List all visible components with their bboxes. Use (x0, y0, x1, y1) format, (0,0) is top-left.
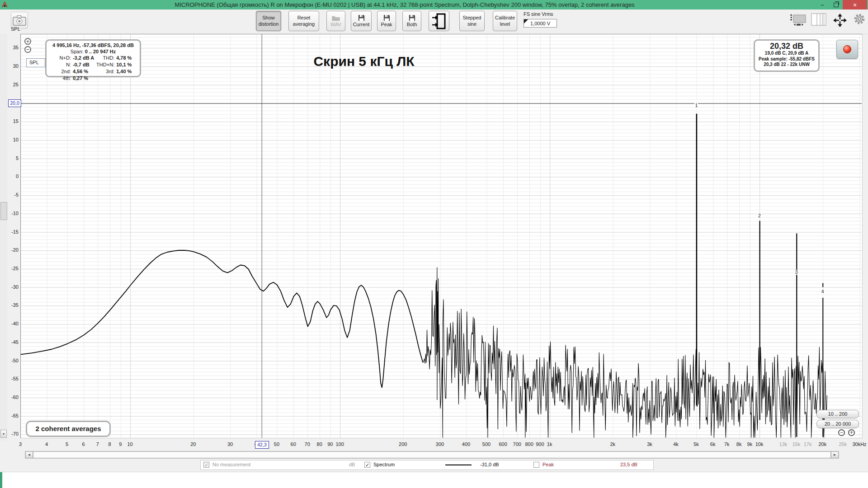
level-peak-sample: Peak sample: -55,82 dBFS (755, 56, 818, 62)
calibrate-level-button[interactable]: Calibrate level (493, 11, 517, 31)
info-row: N:-0,7 dB THD+N:10,1 % (50, 61, 137, 68)
spectrum-label: Spectrum (373, 462, 395, 467)
y-tick-label: 30 (0, 63, 19, 69)
save-icon (358, 14, 365, 21)
save-wav-button[interactable]: WAV (326, 11, 345, 31)
x-tick-label: 30kHz (852, 441, 866, 447)
minimize-button[interactable]: – (816, 0, 829, 9)
show-distortion-button[interactable]: Show distortion (256, 11, 281, 31)
frequency-bands-button[interactable] (811, 13, 826, 26)
x-tick-label: 17k (804, 441, 812, 447)
x-tick-label: 7k (724, 441, 730, 447)
save-both-button[interactable]: Both (402, 11, 421, 31)
y-tick-label: 25 (0, 82, 19, 87)
harmonic-label-1: 1 (694, 103, 698, 108)
x-tick-label: 4k (673, 441, 679, 447)
level-cursor-readout[interactable]: 20,0 (8, 99, 21, 107)
x-tick-label: 50 (274, 441, 279, 447)
x-tick-label: 70 (305, 441, 310, 447)
settings-button[interactable] (854, 13, 865, 25)
h2-label: 2nd: (50, 68, 73, 75)
check-icon: ✓ (204, 462, 208, 468)
show-distortion-line1: Show (262, 15, 275, 21)
chart-title: Скрин 5 кГц ЛК (289, 54, 439, 69)
spectrum-checkbox[interactable]: ✓ (364, 462, 370, 468)
x-tick-label: 500 (482, 441, 491, 447)
scroll-left-button[interactable]: ◄ (25, 451, 33, 458)
y-tick-label: -60 (0, 394, 19, 400)
x-tick-label: 8k (736, 441, 742, 447)
save-peak-button[interactable]: Peak (377, 11, 396, 31)
title-bar: MICROPHONE (Общая громкость) R on Микроф… (0, 0, 868, 9)
stepped-sine-button[interactable]: Stepped sine (459, 11, 485, 31)
x-tick-label: 400 (462, 441, 470, 447)
nd-label: N+D: (50, 55, 73, 61)
four-arrows-icon (833, 13, 847, 28)
signal-loop-icon (431, 13, 447, 30)
save-current-label: Current (353, 22, 370, 28)
horizontal-scrollbar-thumb[interactable] (33, 451, 831, 458)
h3-label: 3rd: (95, 68, 116, 75)
grid-minor (21, 34, 862, 438)
y-tick-label: -35 (0, 302, 19, 308)
peak-checkbox[interactable] (533, 462, 539, 468)
spin-corner-icon (524, 19, 528, 23)
maximize-button[interactable] (829, 0, 843, 9)
range-20-20000-button[interactable]: 20 .. 20 000 (816, 420, 859, 428)
x-zoom-out-button[interactable]: − (838, 429, 845, 436)
layout-pan-button[interactable] (789, 13, 807, 27)
fit-view-button[interactable] (833, 13, 847, 28)
level-main-value: 20,32 dB (755, 42, 818, 51)
x-tick-label: 900 (536, 441, 544, 447)
save-icon (383, 14, 390, 21)
x-tick-label: 200 (399, 441, 407, 447)
bottom-strip (0, 472, 868, 488)
level-readout-box: 20,32 dB 19,0 dB C, 20,9 dB A Peak sampl… (754, 39, 820, 72)
x-tick-label: 9 (119, 441, 122, 447)
level-weighted: 19,0 dB C, 20,9 dB A (755, 51, 818, 56)
scale-mode-value: SPL (29, 60, 39, 65)
span-label: Span: (71, 49, 84, 54)
y-tick-label: 10 (0, 137, 19, 142)
x-tick-label: 10 (127, 441, 132, 447)
x-tick-label: 4 (45, 441, 48, 447)
y-tick-label: -5 (0, 192, 19, 197)
harmonic-label-4: 4 (821, 289, 825, 294)
record-button[interactable] (836, 40, 858, 59)
save-current-button[interactable]: Current (351, 11, 372, 31)
window-title: MICROPHONE (Общая громкость) R on Микроф… (0, 0, 809, 9)
no-measurement-checkbox[interactable]: ✓ (203, 462, 209, 468)
x-tick-label: 6k (710, 441, 716, 447)
thdn-value: 10,1 % (116, 61, 132, 68)
x-tick-label: 1k (547, 441, 552, 447)
folder-icon (331, 15, 340, 21)
horizontal-scrollbar[interactable]: ◄ ► (25, 451, 839, 459)
reset-averaging-button[interactable]: Reset averaging (288, 11, 319, 31)
zoom-out-button[interactable]: − (24, 46, 31, 53)
wav-label: WAV (330, 22, 341, 28)
spectrum-trace-smooth (21, 250, 423, 388)
import-signal-button[interactable] (429, 11, 449, 31)
x-tick-label: 5 (66, 441, 68, 447)
y-tick-label: -20 (0, 247, 19, 253)
y-axis-title: SPL (11, 26, 20, 32)
freq-cursor-readout[interactable]: 42,3 (255, 441, 269, 449)
span-value: 0 .. 20 947 Hz (85, 49, 116, 54)
thd-value: 4,78 % (116, 55, 132, 61)
screen-pan-icon (789, 13, 807, 27)
y-tick-label: -40 (0, 321, 19, 326)
close-button[interactable]: × (843, 0, 867, 9)
info-row: 4th:0,27 % (50, 75, 137, 82)
fs-sine-input[interactable]: 1,0000 V (524, 19, 557, 28)
x-tick-label: 30 (227, 441, 233, 447)
plot-area[interactable] (20, 34, 863, 438)
window-controls: – × (816, 0, 867, 9)
scroll-right-button[interactable]: ► (831, 451, 839, 458)
x-zoom-in-button[interactable]: + (848, 429, 855, 436)
info-row: N+D:-3,2 dB A THD:4,78 % (50, 55, 137, 61)
zoom-in-button[interactable]: + (24, 38, 31, 45)
nd-value: -3,2 dB A (73, 55, 94, 61)
level-range: 20,3 dB 22 - 22k UNW (755, 62, 818, 68)
range-10-200-button[interactable]: 10 .. 200 (816, 410, 859, 418)
thdn-label: THD+N: (95, 61, 116, 68)
